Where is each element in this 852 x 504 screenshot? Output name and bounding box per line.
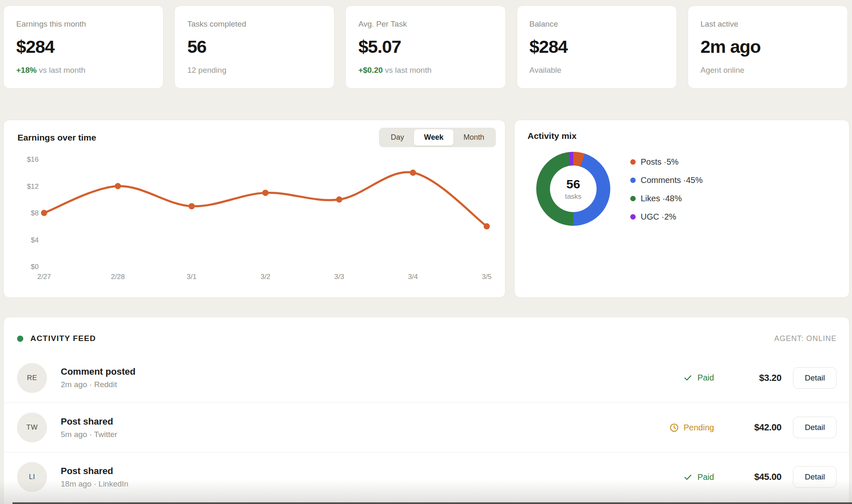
detail-button[interactable]: Detail: [793, 466, 837, 488]
x-axis-tick: 3/2: [260, 273, 270, 281]
agent-status: AGENT: ONLINE: [774, 334, 837, 343]
x-axis-tick: 2/28: [111, 273, 125, 281]
avatar: RE: [17, 363, 47, 393]
data-point: [188, 203, 195, 209]
amount: $45.00: [719, 472, 781, 482]
legend-item: Likes ·48%: [630, 189, 703, 208]
data-point: [115, 183, 121, 189]
x-axis-tick: 2/27: [37, 273, 51, 281]
stat-card-avg-per-task: Avg. Per Task $5.07 +$0.20 vs last month: [345, 5, 505, 89]
stat-label: Tasks completed: [187, 20, 322, 29]
range-option-month[interactable]: Month: [453, 129, 494, 146]
activity-legend: Posts ·5% Comments ·45% Likes ·48% UGC ·…: [630, 153, 703, 226]
legend-label: Likes ·48%: [641, 194, 682, 203]
stat-sub-label: vs last month: [383, 66, 431, 74]
check-icon: [683, 373, 693, 383]
y-axis-tick: $8: [31, 209, 39, 217]
clock-icon: [669, 423, 679, 432]
stat-label: Avg. Per Task: [358, 20, 493, 29]
detail-button[interactable]: Detail: [793, 417, 837, 438]
stat-card-earnings: Earnings this month $284 +18% vs last mo…: [3, 5, 163, 89]
stat-subtext: Available: [530, 66, 664, 75]
check-icon: [683, 472, 693, 482]
legend-dot-icon: [630, 159, 636, 165]
legend-item: Posts ·5%: [630, 153, 703, 171]
activity-meta: 5m ago · Twitter: [61, 430, 117, 439]
legend-label: Comments ·45%: [641, 175, 703, 185]
data-point: [263, 190, 269, 196]
activity-mix-card: Activity mix 56 tasks Posts ·5% Comments…: [514, 120, 850, 298]
earnings-chart-card: Earnings over time DayWeekMonth $0$4$8$1…: [3, 120, 505, 298]
activity-title: Comment posted: [61, 366, 136, 377]
activity-donut-chart: 56 tasks: [536, 152, 610, 226]
activity-mix-title: Activity mix: [515, 120, 849, 141]
legend-label: Posts ·5%: [641, 157, 679, 167]
activity-meta: 2m ago · Reddit: [61, 380, 136, 389]
screen-edge-strip: [12, 502, 852, 504]
data-point: [41, 210, 47, 216]
stat-label: Balance: [530, 20, 664, 29]
legend-label: UGC ·2%: [641, 212, 676, 222]
avatar: TW: [17, 413, 47, 442]
x-axis-tick: 3/4: [408, 273, 418, 281]
status-badge: Pending: [624, 423, 714, 432]
x-axis-tick: 3/3: [334, 273, 344, 281]
activity-feed-card: ACTIVITY FEED AGENT: ONLINE RE Comment p…: [3, 317, 850, 504]
status-label: Pending: [684, 423, 714, 432]
avatar: LI: [17, 462, 47, 492]
charts-row: Earnings over time DayWeekMonth $0$4$8$1…: [0, 89, 852, 298]
stat-subtext: +18% vs last month: [16, 66, 151, 75]
stat-delta: +$0.20: [358, 66, 383, 74]
data-point: [336, 196, 342, 203]
range-toggle: DayWeekMonth: [379, 128, 496, 147]
stat-sub-label: vs last month: [37, 66, 85, 74]
stat-subtext: Agent online: [701, 66, 835, 75]
donut-center-label: tasks: [565, 193, 582, 201]
stat-card-tasks: Tasks completed 56 12 pending: [174, 5, 334, 89]
stat-sub-label: Available: [530, 66, 562, 74]
status-badge: Paid: [624, 472, 714, 482]
legend-dot-icon: [630, 178, 636, 183]
range-option-week[interactable]: Week: [414, 129, 453, 146]
donut-center-value: 56: [566, 177, 580, 191]
earnings-line: [44, 172, 487, 226]
activity-feed-title: ACTIVITY FEED: [30, 334, 96, 343]
legend-dot-icon: [630, 196, 636, 201]
legend-dot-icon: [630, 214, 636, 220]
y-axis-tick: $16: [27, 156, 39, 163]
legend-item: UGC ·2%: [630, 208, 703, 226]
stat-sub-label: Agent online: [701, 66, 745, 74]
stat-subtext: 12 pending: [187, 66, 322, 75]
stat-sub-label: 12 pending: [187, 66, 226, 74]
online-dot-icon: [17, 336, 23, 342]
x-axis-tick: 3/1: [187, 273, 197, 281]
status-label: Paid: [697, 472, 714, 482]
status-label: Paid: [697, 373, 714, 383]
activity-meta: 18m ago · LinkedIn: [61, 479, 129, 489]
stat-card-last-active: Last active 2m ago Agent online: [688, 5, 848, 89]
stat-delta: +18%: [16, 66, 37, 74]
stat-value: $5.07: [358, 37, 493, 57]
activity-title: Post shared: [61, 416, 117, 427]
donut-center: 56 tasks: [550, 166, 597, 212]
y-axis-tick: $0: [31, 263, 39, 271]
range-option-day[interactable]: Day: [381, 129, 414, 146]
stat-cards-row: Earnings this month $284 +18% vs last mo…: [0, 0, 852, 89]
y-axis-tick: $12: [27, 183, 39, 190]
data-point: [410, 170, 416, 176]
stat-value: $284: [530, 37, 664, 57]
amount: $42.00: [719, 422, 781, 433]
stat-label: Last active: [701, 20, 835, 29]
earnings-chart-title: Earnings over time: [17, 133, 96, 143]
stat-label: Earnings this month: [16, 20, 151, 29]
stat-subtext: +$0.20 vs last month: [358, 66, 493, 75]
status-badge: Paid: [624, 373, 714, 383]
y-axis-tick: $4: [31, 236, 39, 244]
stat-value: 2m ago: [701, 37, 835, 57]
detail-button[interactable]: Detail: [793, 367, 837, 389]
x-axis-tick: 3/5: [482, 273, 492, 281]
stat-card-balance: Balance $284 Available: [517, 5, 677, 89]
stat-value: $284: [16, 37, 151, 57]
feed-row: RE Comment posted 2m ago · Reddit Paid $…: [4, 353, 849, 403]
data-point: [484, 223, 490, 230]
